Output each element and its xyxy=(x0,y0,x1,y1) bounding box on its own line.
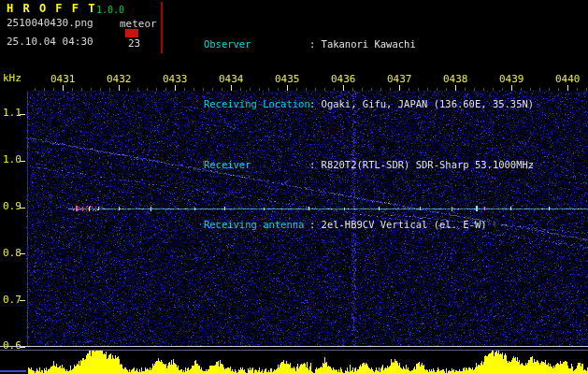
time-tick-label: 0437 xyxy=(387,74,412,85)
time-tick-label: 0440 xyxy=(555,74,581,85)
info-label: Receiver xyxy=(204,159,309,172)
freq-tick-label: 0.9 xyxy=(3,201,21,212)
time-tick-label: 0431 xyxy=(50,74,76,85)
freq-tick-label: 1.1 xyxy=(3,108,21,119)
info-row-receiver: Receiver: R820T2(RTL-SDR) SDR-Sharp 53.1… xyxy=(168,146,534,184)
freq-tick-label: 0.6 xyxy=(3,340,21,352)
info-row-location: Receiving Location: Ogaki, Gifu, JAPAN (… xyxy=(168,86,534,124)
meteor-indicator-icon xyxy=(125,29,138,37)
header-divider xyxy=(161,2,163,53)
info-label: Receiving antenna xyxy=(204,219,309,232)
info-value: : 2el-HB9CV Vertical (el. E-W) xyxy=(309,219,487,230)
info-row-observer: Observer: Takanori Kawachi xyxy=(168,25,534,64)
info-row-antenna: Receiving antenna: 2el-HB9CV Vertical (e… xyxy=(168,207,534,245)
echo-count: 23 xyxy=(128,38,140,50)
time-tick-label: 0434 xyxy=(219,74,244,85)
hrofft-output-image: H R O F F T 1.0.0 2510040430.png meteor … xyxy=(0,0,588,374)
time-tick-label: 0433 xyxy=(163,74,188,85)
app-version: 1.0.0 xyxy=(96,5,124,15)
info-label: Observer xyxy=(204,38,309,51)
filename: 2510040430.png xyxy=(7,18,93,29)
freq-tick-label: 0.7 xyxy=(3,295,21,306)
info-value: : Takanori Kawachi xyxy=(309,38,416,50)
datetime: 25.10.04 04:30 xyxy=(7,36,93,48)
time-tick-label: 0435 xyxy=(275,74,300,85)
app-title: H R O F F T xyxy=(7,3,96,15)
freq-tick-label: 0.8 xyxy=(3,248,21,259)
info-label: Receiving Location xyxy=(204,98,309,111)
info-value: : Ogaki, Gifu, JAPAN (136.60E, 35.35N) xyxy=(309,98,534,109)
time-tick-label: 0438 xyxy=(443,74,468,85)
freq-tick-label: 1.0 xyxy=(3,154,21,165)
time-tick-label: 0436 xyxy=(331,74,356,85)
info-value: : R820T2(RTL-SDR) SDR-Sharp 53.1000MHz xyxy=(309,159,534,170)
time-tick-label: 0432 xyxy=(107,74,132,85)
observer-info: Observer: Takanori Kawachi Receiving Loc… xyxy=(168,3,534,266)
freq-axis-unit: kHz xyxy=(3,73,22,84)
time-tick-label: 0439 xyxy=(499,74,524,85)
